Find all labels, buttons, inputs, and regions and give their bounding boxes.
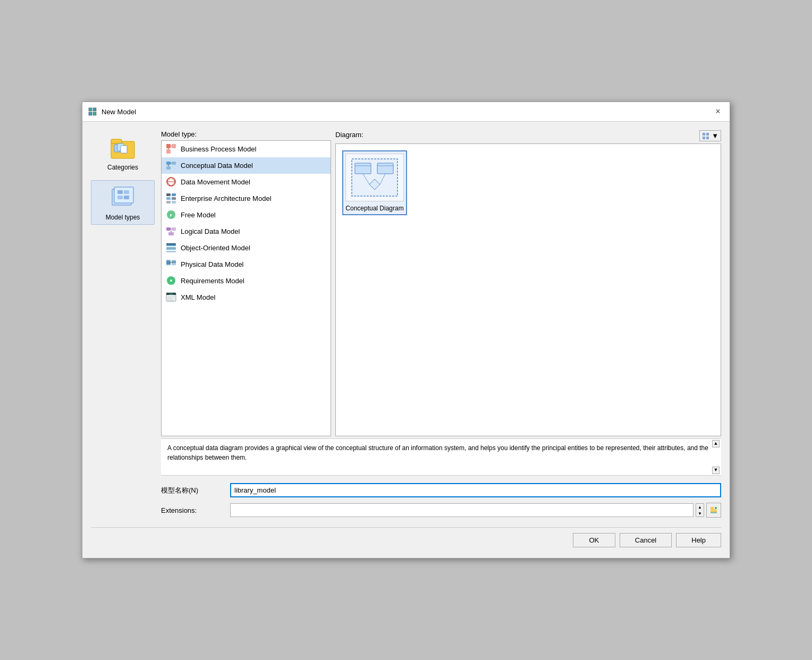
extensions-label: Extensions: xyxy=(161,506,225,514)
svg-rect-14 xyxy=(124,196,129,199)
model-item-dmm[interactable]: Data Movement Model xyxy=(162,174,331,190)
svg-rect-13 xyxy=(117,196,123,199)
oom-label: Object-Oriented Model xyxy=(181,244,250,252)
close-button[interactable]: × xyxy=(712,105,724,118)
svg-rect-74 xyxy=(710,507,714,509)
model-types-label: Model types xyxy=(106,214,140,221)
eam-label: Enterprise Architecture Model xyxy=(181,194,272,202)
spin-down-button[interactable]: ▼ xyxy=(696,510,704,517)
diagram-item-conceptual[interactable]: Conceptual Diagram xyxy=(342,150,407,215)
extensions-input[interactable] xyxy=(230,503,693,517)
scroll-down-button[interactable]: ▼ xyxy=(712,467,720,474)
model-item-req[interactable]: Requirements Model xyxy=(162,273,331,289)
xml-icon: XML xyxy=(166,292,176,302)
nav-item-model-types[interactable]: Model types xyxy=(91,180,155,225)
svg-text:F: F xyxy=(170,213,173,218)
bpm-label: Business Process Model xyxy=(181,145,256,153)
extensions-spinner: ▲ ▼ xyxy=(696,503,704,517)
categories-label: Categories xyxy=(107,164,138,171)
svg-rect-16 xyxy=(172,144,176,148)
xml-label: XML Model xyxy=(181,293,215,301)
diagram-view-button[interactable]: ▼ xyxy=(699,130,721,141)
model-name-input[interactable] xyxy=(230,483,721,497)
diagram-label: Diagram: xyxy=(335,131,363,139)
bottom-buttons: OK Cancel Help xyxy=(91,527,721,549)
dropdown-arrow-icon: ▼ xyxy=(712,132,718,140)
model-item-ldm[interactable]: Logical Data Model xyxy=(162,223,331,240)
panels-row: Model type: xyxy=(161,130,721,436)
svg-rect-28 xyxy=(172,193,176,196)
model-item-pdm[interactable]: Physical Data Model xyxy=(162,256,331,273)
svg-rect-64 xyxy=(706,137,709,139)
nav-item-categories[interactable]: Categories xyxy=(91,130,155,175)
bpm-icon xyxy=(166,143,176,154)
req-icon xyxy=(166,275,176,286)
svg-text:+: + xyxy=(715,507,716,510)
svg-rect-29 xyxy=(166,197,171,200)
spin-up-button[interactable]: ▲ xyxy=(696,504,704,510)
svg-rect-1 xyxy=(93,108,96,111)
pdm-label: Physical Data Model xyxy=(181,260,244,268)
pdm-icon xyxy=(166,259,176,269)
free-label: Free Model xyxy=(181,211,216,219)
cdm-label: Conceptual Data Model xyxy=(181,162,253,170)
svg-rect-5 xyxy=(111,139,122,143)
svg-rect-3 xyxy=(93,112,96,115)
title-bar: New Model × xyxy=(82,102,730,122)
model-type-list: Business Process Model xyxy=(161,140,331,436)
form-section: 模型名称(N) Extensions: ▲ ▼ xyxy=(161,478,721,521)
description-section: A conceptual data diagram provides a gra… xyxy=(161,438,721,476)
svg-rect-43 xyxy=(166,251,176,252)
svg-rect-42 xyxy=(166,247,176,250)
dmm-label: Data Movement Model xyxy=(181,178,250,186)
svg-rect-41 xyxy=(166,243,176,244)
svg-rect-61 xyxy=(703,133,705,136)
model-type-panel: Model type: xyxy=(161,130,331,436)
model-types-icon xyxy=(109,184,137,211)
svg-rect-36 xyxy=(172,227,176,231)
diagram-header: Diagram: ▼ xyxy=(335,130,721,141)
model-item-oom[interactable]: Object-Oriented Model xyxy=(162,240,331,256)
free-icon: F xyxy=(166,209,176,220)
svg-rect-66 xyxy=(355,163,371,174)
model-item-free[interactable]: F Free Model xyxy=(162,207,331,223)
oom-icon xyxy=(166,242,176,253)
dialog-icon xyxy=(88,107,97,116)
req-label: Requirements Model xyxy=(181,277,244,285)
help-button[interactable]: Help xyxy=(676,533,721,547)
extensions-browse-button[interactable]: + xyxy=(706,503,721,518)
model-name-label: 模型名称(N) xyxy=(161,486,225,495)
description-scrollbar: ▲ ▼ xyxy=(712,440,720,474)
scroll-up-button[interactable]: ▲ xyxy=(712,440,720,447)
model-item-cdm[interactable]: Conceptual Data Model xyxy=(162,157,331,174)
conceptual-diagram-label: Conceptual Diagram xyxy=(345,205,403,212)
ok-button[interactable]: OK xyxy=(573,533,615,547)
svg-rect-30 xyxy=(172,197,176,200)
svg-rect-11 xyxy=(117,190,123,194)
svg-rect-75 xyxy=(710,509,717,512)
dmm-icon xyxy=(166,176,176,187)
svg-rect-21 xyxy=(172,162,176,165)
svg-rect-23 xyxy=(166,166,171,170)
dialog-title: New Model xyxy=(102,108,707,116)
new-model-dialog: New Model × xyxy=(82,101,730,559)
svg-rect-27 xyxy=(166,193,171,196)
cancel-button[interactable]: Cancel xyxy=(620,533,672,547)
diagram-content: Conceptual Diagram xyxy=(335,143,721,436)
svg-rect-10 xyxy=(114,187,133,203)
svg-point-54 xyxy=(170,280,172,282)
model-item-xml[interactable]: XML XML Model xyxy=(162,289,331,306)
model-type-label: Model type: xyxy=(161,130,331,138)
model-item-bpm[interactable]: Business Process Model xyxy=(162,141,331,157)
extensions-row: Extensions: ▲ ▼ xyxy=(161,503,721,518)
diagram-panel: Diagram: ▼ xyxy=(335,130,721,436)
dialog-body: Categories xyxy=(82,122,730,558)
svg-rect-31 xyxy=(166,201,171,204)
svg-rect-63 xyxy=(703,137,705,139)
svg-rect-20 xyxy=(166,162,171,165)
cdm-icon xyxy=(166,160,176,171)
svg-text:XML: XML xyxy=(169,293,174,295)
svg-rect-32 xyxy=(172,201,176,204)
model-item-eam[interactable]: Enterprise Architecture Model xyxy=(162,190,331,207)
svg-rect-0 xyxy=(89,108,92,111)
